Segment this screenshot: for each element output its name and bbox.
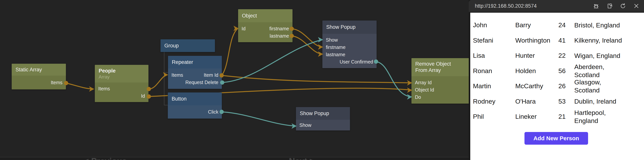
preview-window: http://192.168.50.202:8574: [469, 0, 644, 160]
port-id-out[interactable]: Id: [141, 93, 145, 99]
first-name: John: [473, 21, 515, 29]
node-title: Show Popup: [326, 24, 373, 30]
close-icon[interactable]: [633, 3, 640, 10]
port-do-in[interactable]: Do: [415, 94, 421, 100]
port-id-in[interactable]: Id: [242, 26, 246, 32]
age: 24: [558, 21, 574, 29]
port-layer: [0, 0, 469, 160]
port-show-in[interactable]: Show: [300, 122, 312, 128]
age: 22: [558, 52, 574, 59]
node-title: Group: [164, 43, 211, 49]
last-name: Lineker: [515, 113, 558, 120]
add-new-person-button[interactable]: Add New Person: [524, 132, 588, 145]
location: Glasgow, Scotland: [574, 78, 642, 94]
first-name: Martin: [473, 82, 515, 90]
wire-object-lastname-to-popup-lastname: [292, 36, 322, 54]
wire-staticarray-items-to-people-items: [66, 83, 93, 89]
location: Bristol, England: [574, 21, 642, 29]
last-name: Barry: [515, 21, 558, 29]
person-row: Phil Lineker 21 Hartlepool, England: [473, 109, 642, 124]
node-title: Show Popup: [300, 110, 346, 117]
wire-repeater-itemid-to-object-id: [222, 29, 238, 75]
port-itemid-out[interactable]: Item Id: [204, 72, 218, 78]
wire-click-to-popup2-show: [222, 112, 296, 126]
wire-requestdelete-to-popup-show: [222, 40, 322, 82]
location: Hartlepool, England: [574, 109, 642, 125]
age: 56: [558, 67, 574, 75]
port-arrayid-in[interactable]: Array Id: [415, 80, 432, 85]
wire-userconfirmed-to-remove-do: [376, 62, 411, 97]
port-lastname-in[interactable]: lastname: [326, 52, 345, 57]
people-table: John Barry 24 Bristol, England Stefani W…: [473, 18, 642, 124]
port-click-out[interactable]: Click: [208, 109, 218, 115]
node-title: People: [99, 68, 144, 74]
node-title: Static Array: [16, 67, 62, 73]
person-row: John Barry 24 Bristol, England: [473, 18, 642, 33]
port-objectid-in[interactable]: Object Id: [415, 87, 434, 93]
person-row: Rodney O'Hara 53 Dublin, Ireland: [473, 94, 642, 109]
location: Wigan, England: [574, 52, 642, 60]
wire-layer: [0, 0, 469, 160]
node-object[interactable]: Object Idfirstname lastname: [238, 9, 292, 42]
last-name: O'Hara: [515, 98, 558, 105]
port-items-in[interactable]: Items: [98, 86, 110, 91]
first-name: Phil: [473, 113, 515, 120]
age: 26: [558, 82, 574, 90]
url-text: http://192.168.50.202:8574: [475, 3, 537, 9]
location: Dublin, Ireland: [574, 97, 642, 105]
last-name: Holden: [515, 67, 558, 75]
first-name: Lisa: [473, 52, 515, 59]
wire-object-firstname-to-popup-firstname: [292, 29, 322, 47]
last-name: Worthington: [515, 37, 558, 44]
wire-people-items-to-repeater-items: [149, 75, 167, 89]
open-preview-icon[interactable]: [606, 3, 613, 10]
port-show-in[interactable]: Show: [326, 37, 338, 43]
node-repeater[interactable]: Repeater ItemsItem Id Request Delete: [168, 56, 222, 89]
node-title: Button: [172, 96, 218, 102]
last-name: Hunter: [515, 52, 558, 59]
canvas-bottom-divider: [0, 157, 469, 160]
node-editor-canvas[interactable]: Static Array Items People Array Items Id…: [0, 0, 469, 160]
refresh-icon[interactable]: [620, 3, 626, 10]
port-requestdelete-out[interactable]: Request Delete: [186, 80, 218, 85]
port-firstname-in[interactable]: firstname: [326, 45, 346, 50]
person-row: Martin McCarthy 26 Glasgow, Scotland: [473, 78, 642, 94]
person-row: Stefani Worthington 41 Kilkenny, Ireland: [473, 33, 642, 48]
previous-page-button[interactable]: < Previous: [84, 157, 127, 160]
wire-repeater-itemid-to-remove-arrayid: [222, 75, 411, 83]
first-name: Rodney: [473, 98, 515, 105]
port-lastname-out[interactable]: lastname: [270, 33, 289, 39]
debug-icon[interactable]: [593, 3, 600, 10]
age: 21: [558, 113, 574, 120]
node-static-array[interactable]: Static Array Items: [12, 64, 66, 89]
node-title: Remove Object From Array: [415, 61, 464, 73]
port-items-in[interactable]: Items: [172, 72, 183, 78]
last-name: McCarthy: [515, 82, 558, 90]
node-title: Object: [242, 13, 289, 19]
person-row: Lisa Hunter 22 Wigan, England: [473, 48, 642, 63]
age: 53: [558, 98, 574, 105]
age: 41: [558, 37, 574, 44]
preview-content: John Barry 24 Bristol, England Stefani W…: [470, 13, 644, 160]
location: Kilkenny, Ireland: [574, 36, 642, 44]
node-show-popup-confirm[interactable]: Show Popup Show firstname lastname User …: [322, 21, 376, 68]
port-firstname-out[interactable]: firstname: [269, 26, 289, 32]
preview-url-bar: http://192.168.50.202:8574: [469, 0, 644, 12]
node-show-popup-new[interactable]: Show Popup Show: [296, 107, 350, 130]
node-title: Repeater: [172, 59, 218, 65]
node-group[interactable]: Group: [160, 39, 215, 52]
person-row: Ronan Holden 56 Aberdeen, Scotland: [473, 63, 642, 79]
first-name: Stefani: [473, 37, 515, 44]
node-button[interactable]: Button Click: [168, 92, 222, 119]
location: Aberdeen, Scotland: [574, 63, 642, 79]
first-name: Ronan: [473, 67, 515, 75]
port-userconfirmed-out[interactable]: User Confirmed: [340, 59, 373, 65]
node-people-array[interactable]: People Array Items Id: [95, 65, 148, 102]
group-hierarchy-lines: [164, 52, 168, 105]
port-items-out[interactable]: Items: [51, 80, 62, 85]
next-page-button[interactable]: Next >: [289, 157, 314, 160]
node-subtitle: Array: [99, 74, 144, 80]
node-remove-object-from-array[interactable]: Remove Object From Array Array Id Object…: [412, 58, 469, 104]
